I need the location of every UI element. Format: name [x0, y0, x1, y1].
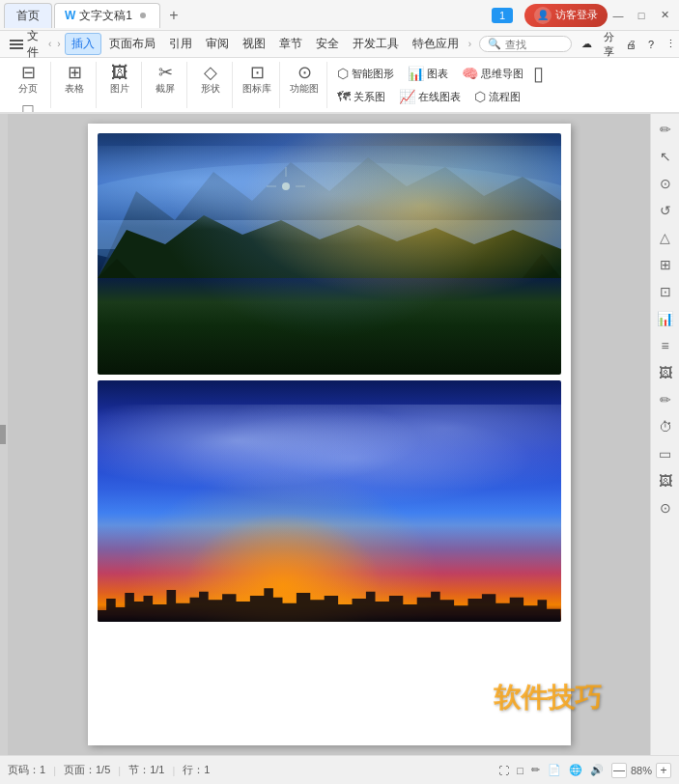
menu-item-chapter[interactable]: 章节	[273, 34, 308, 54]
sep2: |	[118, 765, 121, 776]
sidebar-icon-timer[interactable]: ⏱	[654, 415, 677, 438]
relation-map-button[interactable]: 🗺 关系图	[333, 87, 389, 106]
sidebar-icon-photo[interactable]: 🖼	[654, 469, 677, 492]
blank-page-button[interactable]: □ 空白页	[10, 99, 46, 114]
flowchart-icon: ⬡	[474, 89, 486, 104]
print-button[interactable]: 🖨	[622, 38, 640, 51]
sunset-image[interactable]	[98, 380, 561, 622]
mindmap-icon: 🧠	[462, 66, 478, 81]
sidebar-icon-table[interactable]: ⊞	[654, 253, 677, 276]
close-button[interactable]: ✕	[654, 5, 675, 26]
sidebar-icon-cursor[interactable]: ↖	[654, 145, 677, 168]
sidebar-icon-pen[interactable]: ✏	[654, 118, 677, 141]
screenshot-label: 截屏	[156, 82, 175, 96]
menu-more-nav[interactable]: ›	[467, 39, 473, 49]
menu-item-security[interactable]: 安全	[310, 34, 345, 54]
mindmap-button[interactable]: 🧠 思维导图	[458, 64, 527, 83]
smart-shape-button[interactable]: ⬡ 智能图形	[333, 64, 398, 83]
zoom-minus-button[interactable]: —	[611, 763, 627, 778]
left-edge	[0, 114, 8, 755]
shape-label: 形状	[201, 82, 220, 96]
sidebar-icon-search[interactable]: ⊙	[654, 172, 677, 195]
tab-doc[interactable]: W 文字文稿1	[54, 3, 160, 28]
sep3: |	[172, 765, 175, 776]
edge-marker	[0, 425, 6, 444]
online-chart-label: 在线图表	[418, 90, 461, 104]
menu-hamburger[interactable]: 文件	[4, 26, 44, 63]
image-button[interactable]: 🖼 图片	[102, 62, 137, 98]
sidebar-icon-image[interactable]: 🖼	[654, 361, 677, 384]
flowchart-label: 流程图	[489, 90, 521, 104]
menu-actions: ☁ 分享 🖨 ? ⋮ ∧	[578, 29, 679, 60]
doc-type-icon: W	[65, 9, 75, 22]
login-button[interactable]: 👤 访客登录	[524, 4, 608, 27]
table-button[interactable]: ⊞ 表格	[57, 62, 92, 98]
flowchart-button[interactable]: ⬡ 流程图	[470, 87, 524, 106]
sidebar-icon-triangle[interactable]: △	[654, 226, 677, 249]
toolbar-group-table: ⊞ 表格	[53, 62, 97, 108]
layout-button[interactable]: □	[517, 765, 523, 776]
add-tab-button[interactable]: +	[162, 4, 185, 27]
svg-marker-3	[98, 215, 561, 278]
zoom-control: — 88% +	[611, 763, 671, 778]
iconlib-button[interactable]: ⊡ 图标库	[239, 62, 275, 98]
image-icon: 🖼	[111, 64, 128, 81]
file-menu[interactable]: 文件	[27, 28, 39, 61]
fullscreen-button[interactable]: ⛶	[498, 765, 509, 776]
menu-item-devtools[interactable]: 开发工具	[347, 34, 405, 54]
menu-nav-prev[interactable]: ‹	[46, 39, 53, 49]
menu-nav-next[interactable]: ›	[55, 39, 62, 49]
more-button[interactable]: ⋮	[662, 37, 679, 51]
svg-marker-4	[98, 259, 136, 278]
sidebar-icon-chart[interactable]: 📊	[654, 307, 677, 330]
zoom-plus-button[interactable]: +	[656, 763, 671, 778]
help-button[interactable]: ?	[644, 38, 658, 51]
globe-button[interactable]: 🌐	[569, 764, 582, 776]
sidebar-icon-lines[interactable]: ≡	[654, 334, 677, 357]
online-chart-button[interactable]: 📈 在线图表	[395, 87, 465, 106]
minimize-button[interactable]: —	[608, 5, 629, 26]
shape-button[interactable]: ◇ 形状	[193, 62, 228, 98]
toolbar-group-funcmap: ⊙ 功能图	[282, 62, 327, 108]
svg-marker-5	[523, 254, 561, 278]
sidebar-icon-rect[interactable]: ▭	[654, 442, 677, 465]
chart-button[interactable]: 📊 图表	[404, 64, 452, 83]
image-label: 图片	[110, 82, 129, 96]
sidebar-icon-rotate[interactable]: ↺	[654, 199, 677, 222]
screenshot-button[interactable]: ✂ 截屏	[148, 62, 183, 98]
menu-item-review[interactable]: 审阅	[200, 34, 235, 54]
sidebar-icon-edit[interactable]: ✏	[654, 388, 677, 411]
search-input[interactable]	[505, 39, 563, 50]
title-bar: 首页 W 文字文稿1 + 1 👤 访客登录 — □ ✕	[0, 0, 679, 31]
right-sidebar: ✏ ↖ ⊙ ↺ △ ⊞ ⊡ 📊 ≡ 🖼 ✏ ⏱ ▭ 🖼 ⊙	[650, 114, 679, 755]
shape-icon: ◇	[204, 64, 217, 81]
chart-icon: 📊	[408, 66, 424, 81]
menu-item-insert[interactable]: 插入	[65, 33, 101, 55]
tab-home[interactable]: 首页	[4, 3, 52, 28]
table-icon: ⊞	[68, 64, 82, 81]
funcmap-button[interactable]: ⊙ 功能图	[286, 62, 323, 98]
status-row: 行：1	[183, 763, 210, 777]
page-break-button[interactable]: ⊟ 分页	[11, 62, 45, 98]
toolbar-group-image: 🖼 图片	[99, 62, 142, 108]
menu-item-special[interactable]: 特色应用	[407, 34, 465, 54]
sidebar-icon-grid[interactable]: ⊡	[654, 280, 677, 303]
sidebar-icon-circle[interactable]: ⊙	[654, 496, 677, 519]
speaker-button[interactable]: 🔊	[590, 764, 604, 776]
file-view-button[interactable]: 📄	[548, 764, 561, 776]
doc-tab-label: 文字文稿1	[79, 8, 132, 24]
cloud-icon[interactable]: ☁	[578, 37, 596, 51]
search-box[interactable]: 🔍	[479, 36, 572, 52]
document-area[interactable]: 软件技巧	[8, 114, 650, 755]
relation-map-label: 关系图	[354, 90, 385, 104]
status-bar: 页码：1 | 页面：1/5 | 节：1/1 | 行：1 ⛶ □ ✏ 📄 🌐 🔊 …	[0, 755, 679, 784]
toolbar-group-screenshot: ✂ 截屏	[144, 62, 187, 108]
menu-item-ref[interactable]: 引用	[163, 34, 198, 54]
share-button[interactable]: 分享	[600, 29, 618, 60]
menu-item-layout[interactable]: 页面布局	[103, 34, 161, 54]
menu-item-view[interactable]: 视图	[237, 34, 271, 54]
tab-modified-dot	[140, 13, 146, 18]
mountain-image[interactable]	[98, 133, 561, 375]
edit-mode-button[interactable]: ✏	[531, 764, 540, 776]
maximize-button[interactable]: □	[631, 5, 652, 26]
